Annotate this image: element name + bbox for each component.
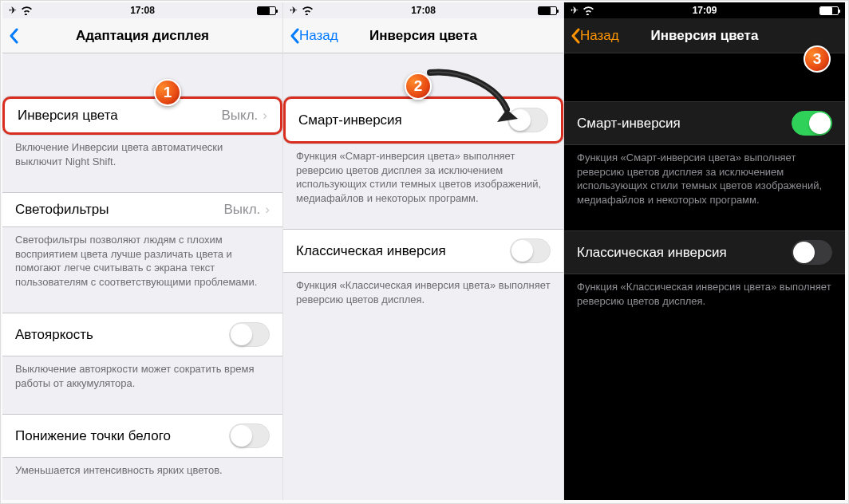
toggle-smart-invert[interactable] <box>507 108 548 132</box>
toggle-classic-invert[interactable] <box>792 240 832 265</box>
status-bar: ✈︎ 17:09 <box>564 2 845 18</box>
cell-value: Выкл. › <box>223 202 270 218</box>
toggle-auto-brightness[interactable] <box>229 322 270 347</box>
cell-value: Выкл. › <box>221 108 267 124</box>
status-bar: ✈︎ 17:08 <box>283 2 563 18</box>
toggle-white-point[interactable] <box>229 423 270 448</box>
screen-display-accommodations: ✈︎ 17:08 Адаптация дисплея Инверсия цвет… <box>2 2 283 500</box>
footer-color-filters: Светофильтры позволяют людям с плохим во… <box>2 227 282 289</box>
footer-color-inversion: Включение Инверсии цвета автоматически в… <box>2 135 282 168</box>
cell-color-filters[interactable]: Светофильтры Выкл. › <box>2 192 282 227</box>
toggle-classic-invert[interactable] <box>510 238 551 263</box>
cell-smart-invert[interactable]: Смарт-инверсия <box>564 101 845 145</box>
row-color-inversion: Инверсия цвета Выкл. › <box>2 96 282 135</box>
cell-classic-invert[interactable]: Классическая инверсия <box>283 229 563 273</box>
row-smart-invert: Смарт-инверсия Функция «Смарт-инверсия ц… <box>564 101 845 207</box>
cell-white-point[interactable]: Понижение точки белого <box>2 414 282 458</box>
footer-smart-invert: Функция «Смарт-инверсия цвета» выполняет… <box>283 144 563 205</box>
cell-label: Инверсия цвета <box>18 108 118 124</box>
screen-color-inversion-light: ✈︎ 17:08 Назад Инверсия цвета Смарт-инве… <box>283 2 564 500</box>
back-label: Назад <box>580 28 619 44</box>
nav-title: Адаптация дисплея <box>2 28 282 44</box>
footer-auto-brightness: Выключение автояркости может сократить в… <box>2 356 282 390</box>
screen-color-inversion-dark: ✈︎ 17:09 Назад Инверсия цвета Смарт-инве… <box>564 2 845 500</box>
cell-label: Классическая инверсия <box>577 245 727 261</box>
back-button[interactable] <box>9 28 18 44</box>
nav-bar: Назад Инверсия цвета <box>283 18 563 53</box>
cell-auto-brightness[interactable]: Автояркость <box>2 313 282 356</box>
row-smart-invert: Смарт-инверсия <box>283 96 563 144</box>
status-time: 17:08 <box>283 5 563 16</box>
chevron-right-icon: › <box>265 202 270 218</box>
cell-classic-invert[interactable]: Классическая инверсия <box>564 230 845 274</box>
step-badge-1: 1 <box>154 79 181 106</box>
chevron-right-icon: › <box>263 108 267 124</box>
cell-label: Смарт-инверсия <box>298 112 402 128</box>
status-bar: ✈︎ 17:08 <box>2 2 282 18</box>
cell-label: Автояркость <box>15 327 93 343</box>
status-time: 17:08 <box>2 5 282 16</box>
cell-label: Светофильтры <box>15 202 109 218</box>
battery-icon <box>257 6 276 15</box>
cell-label: Понижение точки белого <box>15 428 171 444</box>
cell-smart-invert[interactable]: Смарт-инверсия <box>283 96 563 144</box>
step-badge-3: 3 <box>804 45 831 73</box>
footer-classic-invert: Функция «Классическая инверсия цвета» вы… <box>564 274 845 308</box>
nav-bar: Адаптация дисплея <box>2 18 282 53</box>
footer-white-point: Уменьшается интенсивность ярких цветов. <box>2 458 282 478</box>
back-label: Назад <box>299 28 338 44</box>
footer-classic-invert: Функция «Классическая инверсия цвета» вы… <box>283 273 563 306</box>
cell-color-inversion[interactable]: Инверсия цвета Выкл. › <box>2 96 282 135</box>
chevron-left-icon <box>290 28 299 44</box>
cell-label: Классическая инверсия <box>296 243 446 259</box>
chevron-left-icon <box>9 28 18 44</box>
battery-icon <box>538 6 557 15</box>
cell-label: Смарт-инверсия <box>577 116 681 132</box>
footer-smart-invert: Функция «Смарт-инверсия цвета» выполняет… <box>564 145 845 207</box>
nav-bar: Назад Инверсия цвета <box>564 18 845 53</box>
battery-icon <box>819 6 839 15</box>
toggle-smart-invert[interactable] <box>792 111 832 136</box>
step-badge-2: 2 <box>405 73 432 100</box>
back-button[interactable]: Назад <box>571 28 619 44</box>
composite-screenshot: ✈︎ 17:08 Адаптация дисплея Инверсия цвет… <box>0 0 849 504</box>
chevron-left-icon <box>571 28 580 44</box>
back-button[interactable]: Назад <box>290 28 338 44</box>
status-time: 17:09 <box>564 5 845 16</box>
